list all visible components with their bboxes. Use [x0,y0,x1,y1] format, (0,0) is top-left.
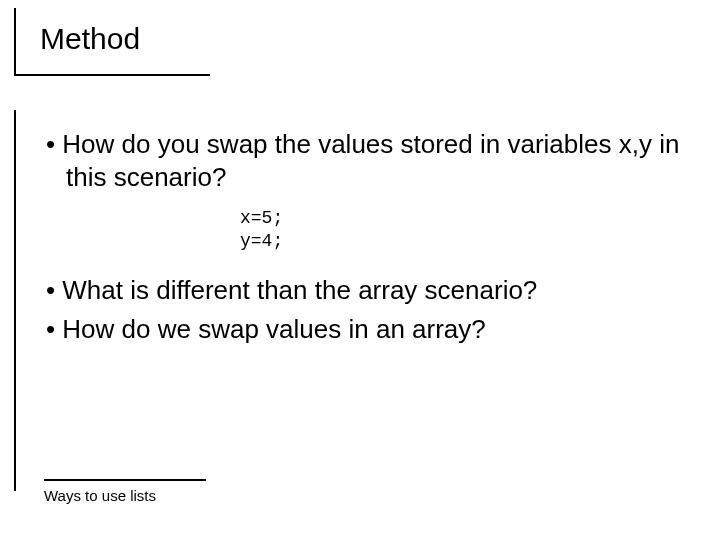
bullet-item: What is different than the array scenari… [40,274,694,307]
code-block: x=5; y=4; [240,207,694,252]
footer-text: Ways to use lists [44,487,156,504]
bullet-item: How do you swap the values stored in var… [40,128,694,193]
body-box: How do you swap the values stored in var… [14,110,694,491]
bullet-item: How do we swap values in an array? [40,313,694,346]
slide-title: Method [40,22,140,56]
footer-box: Ways to use lists [44,479,206,504]
title-box: Method [14,8,210,76]
